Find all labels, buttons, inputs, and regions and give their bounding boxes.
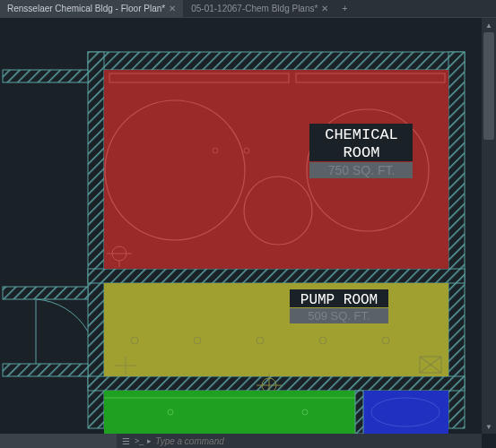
command-menu-icon[interactable]: ☰ xyxy=(120,435,131,446)
scroll-track[interactable] xyxy=(482,32,496,419)
chemical-room-label-1: CHEMICAL xyxy=(325,126,398,143)
tab-inactive[interactable]: 05-01-12067-Chem Bldg Plans* ✕ xyxy=(184,0,336,17)
tab-bar: Rensselaer Chemical Bldg - Floor Plan* ✕… xyxy=(0,0,496,18)
command-box[interactable]: ☰ >_ ▸ xyxy=(117,434,482,448)
svg-rect-3 xyxy=(88,52,104,428)
svg-rect-5 xyxy=(88,269,465,283)
svg-rect-2 xyxy=(88,52,465,70)
command-prompt-icon: >_ xyxy=(135,436,144,445)
chemical-room-label-2: ROOM xyxy=(344,144,380,161)
svg-rect-8 xyxy=(3,364,88,376)
pump-room-area: 509 SQ. FT. xyxy=(308,309,370,323)
close-icon[interactable]: ✕ xyxy=(169,4,176,13)
pump-room-label: PUMP ROOM xyxy=(300,292,378,308)
plus-icon: + xyxy=(342,4,347,13)
chemical-room-area: 750 SQ. FT. xyxy=(328,163,396,177)
command-input[interactable] xyxy=(155,436,478,446)
scroll-thumb[interactable] xyxy=(483,32,494,140)
svg-rect-4 xyxy=(448,52,465,428)
svg-rect-38 xyxy=(355,391,363,434)
scroll-down-arrow[interactable]: ▼ xyxy=(482,419,496,434)
svg-rect-9 xyxy=(3,70,88,82)
vertical-scrollbar[interactable]: ▲ ▼ xyxy=(482,18,496,434)
blue-room-fill xyxy=(363,391,448,434)
new-tab-button[interactable]: + xyxy=(336,0,352,17)
command-line-bar: ☰ >_ ▸ xyxy=(0,434,482,448)
tab-label: 05-01-12067-Chem Bldg Plans* xyxy=(191,4,318,13)
svg-rect-7 xyxy=(3,287,88,299)
green-room-fill xyxy=(104,391,355,434)
drawing-canvas[interactable]: CHEMICAL ROOM 750 SQ. FT. PUMP ROOM 509 … xyxy=(0,18,482,434)
tab-active[interactable]: Rensselaer Chemical Bldg - Floor Plan* ✕ xyxy=(0,0,184,17)
pump-room-fill xyxy=(104,283,448,376)
tab-label: Rensselaer Chemical Bldg - Floor Plan* xyxy=(7,4,165,13)
close-icon[interactable]: ✕ xyxy=(321,4,328,13)
scroll-up-arrow[interactable]: ▲ xyxy=(482,18,496,32)
chevron-right-icon: ▸ xyxy=(147,436,152,445)
floor-plan-svg: CHEMICAL ROOM 750 SQ. FT. PUMP ROOM 509 … xyxy=(0,18,482,434)
